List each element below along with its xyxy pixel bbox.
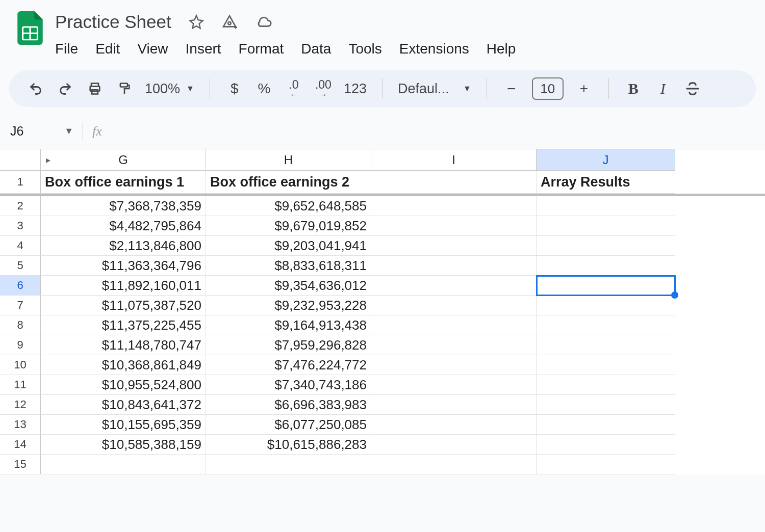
row-header[interactable]: 12: [0, 395, 41, 415]
cell[interactable]: $9,652,648,585: [206, 196, 371, 216]
cell[interactable]: [371, 256, 537, 276]
formula-bar-input[interactable]: [102, 117, 765, 146]
cell[interactable]: [371, 236, 537, 256]
cell[interactable]: [371, 395, 537, 415]
cell[interactable]: $9,203,041,941: [206, 236, 371, 256]
cell[interactable]: $7,959,296,828: [206, 335, 371, 355]
cell[interactable]: $4,482,795,864: [41, 216, 206, 236]
cell[interactable]: $10,155,695,359: [41, 415, 206, 435]
column-header-H[interactable]: H: [206, 149, 371, 171]
menu-format[interactable]: Format: [239, 41, 284, 57]
cell[interactable]: [537, 276, 675, 296]
row-header[interactable]: 15: [0, 455, 41, 474]
menu-data[interactable]: Data: [301, 41, 331, 57]
menu-tools[interactable]: Tools: [348, 41, 381, 57]
cell[interactable]: [537, 355, 675, 375]
cell[interactable]: Box office earnings 1: [41, 171, 206, 194]
cell[interactable]: [371, 415, 537, 435]
cell[interactable]: [371, 435, 537, 455]
cell[interactable]: $8,833,618,311: [206, 256, 371, 276]
expand-columns-icon[interactable]: ▸: [46, 154, 50, 166]
cell[interactable]: [537, 315, 675, 335]
cell[interactable]: [537, 435, 675, 455]
cell[interactable]: [371, 296, 537, 315]
star-icon[interactable]: [189, 14, 204, 30]
cell[interactable]: $11,363,364,796: [41, 256, 206, 276]
cell[interactable]: $10,585,388,159: [41, 435, 206, 455]
cell[interactable]: [371, 276, 537, 296]
cell[interactable]: $6,696,383,983: [206, 395, 371, 415]
cell[interactable]: [537, 395, 675, 415]
cell[interactable]: [371, 196, 537, 216]
decrease-decimal-button[interactable]: .0 ←: [285, 78, 303, 99]
cell[interactable]: [537, 216, 675, 236]
paint-format-icon[interactable]: [115, 78, 134, 99]
cell[interactable]: $11,375,225,455: [41, 315, 206, 335]
column-header-I[interactable]: I: [371, 149, 537, 171]
italic-button[interactable]: I: [654, 78, 672, 99]
menu-help[interactable]: Help: [487, 41, 516, 57]
cell[interactable]: $11,892,160,011: [41, 276, 206, 296]
row-header[interactable]: 9: [0, 335, 41, 355]
strikethrough-button[interactable]: [683, 78, 702, 99]
menu-view[interactable]: View: [137, 41, 168, 57]
cell[interactable]: $2,113,846,800: [41, 236, 206, 256]
zoom-dropdown[interactable]: 100% ▼: [145, 78, 194, 99]
cell[interactable]: Box office earnings 2: [206, 171, 371, 194]
cell[interactable]: $11,148,780,747: [41, 335, 206, 355]
select-all-cell[interactable]: [0, 149, 41, 171]
cell[interactable]: $10,955,524,800: [41, 375, 206, 395]
increase-decimal-button[interactable]: .00 →: [314, 78, 333, 99]
font-size-decrease-button[interactable]: −: [502, 78, 521, 99]
cell[interactable]: $7,368,738,359: [41, 196, 206, 216]
cell[interactable]: $11,075,387,520: [41, 296, 206, 315]
cell[interactable]: [537, 455, 675, 474]
cell[interactable]: [537, 196, 675, 216]
menu-insert[interactable]: Insert: [186, 41, 221, 57]
move-to-folder-icon[interactable]: [221, 14, 238, 30]
cell[interactable]: $10,843,641,372: [41, 395, 206, 415]
cell[interactable]: $9,679,019,852: [206, 216, 371, 236]
row-header[interactable]: 5: [0, 256, 41, 276]
font-size-input[interactable]: 10: [532, 77, 564, 100]
row-header[interactable]: 14: [0, 435, 41, 455]
cell[interactable]: [537, 256, 675, 276]
menu-edit[interactable]: Edit: [95, 41, 120, 57]
cell[interactable]: [371, 315, 537, 335]
row-header[interactable]: 10: [0, 355, 41, 375]
cell[interactable]: [371, 455, 537, 474]
row-header[interactable]: 4: [0, 236, 41, 256]
row-header[interactable]: 1: [0, 171, 41, 194]
row-header[interactable]: 11: [0, 375, 41, 395]
cell[interactable]: [371, 335, 537, 355]
row-header[interactable]: 6: [0, 276, 41, 296]
font-family-dropdown[interactable]: Defaul... ▼: [398, 78, 471, 99]
cell[interactable]: [371, 375, 537, 395]
cell[interactable]: [537, 236, 675, 256]
cell[interactable]: $7,476,224,772: [206, 355, 371, 375]
row-header[interactable]: 8: [0, 315, 41, 335]
cell[interactable]: [371, 171, 537, 194]
row-header[interactable]: 13: [0, 415, 41, 435]
cell[interactable]: [41, 455, 206, 474]
cell[interactable]: [537, 335, 675, 355]
cell[interactable]: [371, 216, 537, 236]
row-header[interactable]: 7: [0, 296, 41, 315]
document-title[interactable]: Practice Sheet: [55, 12, 171, 32]
bold-button[interactable]: B: [624, 78, 643, 99]
cell[interactable]: [371, 355, 537, 375]
format-percent-button[interactable]: %: [255, 78, 273, 99]
cell[interactable]: $7,340,743,186: [206, 375, 371, 395]
spreadsheet-grid[interactable]: ▸ G H I J 1 Box office earnings 1 Box of…: [0, 149, 765, 474]
redo-icon[interactable]: [56, 78, 74, 99]
column-header-J[interactable]: J: [537, 149, 675, 171]
more-formats-button[interactable]: 123: [344, 78, 367, 99]
row-header[interactable]: 3: [0, 216, 41, 236]
cell[interactable]: $9,164,913,438: [206, 315, 371, 335]
cell[interactable]: $6,077,250,085: [206, 415, 371, 435]
font-size-increase-button[interactable]: +: [575, 78, 593, 99]
cell[interactable]: [537, 415, 675, 435]
name-box[interactable]: J6 ▼: [7, 124, 73, 139]
cell[interactable]: $10,368,861,849: [41, 355, 206, 375]
cloud-status-icon[interactable]: [255, 13, 272, 31]
